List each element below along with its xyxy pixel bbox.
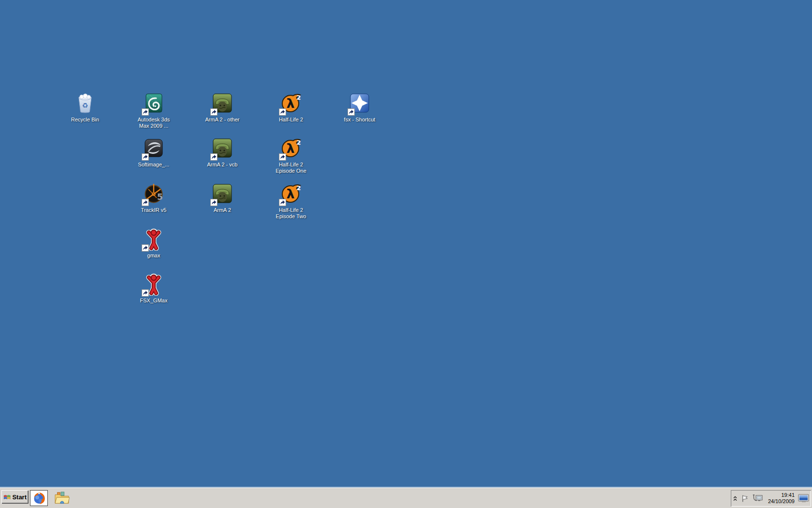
lambda-icon: [279, 136, 303, 160]
desktop-icon-arma2-vcb[interactable]: ArmA 2 - vcb: [198, 136, 246, 168]
trackir-icon: [142, 182, 165, 205]
taskbar-clock[interactable]: 19:41 24/10/2009: [765, 492, 796, 505]
desktop-icon-label: fsx - Shortcut: [335, 117, 384, 123]
desktop-icon-gmax[interactable]: gmax: [130, 227, 178, 259]
desktop-icon-label: Autodesk 3ds Max 2009 ...: [130, 117, 178, 129]
lambda-icon: [279, 91, 303, 115]
tray-network-icon[interactable]: [752, 493, 763, 503]
folder-icon: [54, 492, 70, 505]
3ds-max-icon: [142, 91, 165, 115]
desktop-icon-recycle-bin[interactable]: Recycle Bin: [61, 91, 109, 123]
start-button-label: Start: [12, 493, 27, 501]
gmax-icon: [142, 227, 165, 251]
softimage-icon: [142, 136, 165, 160]
shortcut-arrow-icon: [142, 244, 149, 252]
system-tray: 19:41 24/10/2009: [731, 490, 811, 507]
shortcut-arrow-icon: [142, 108, 149, 116]
shortcut-arrow-icon: [210, 153, 218, 161]
arma2-icon: [211, 91, 234, 115]
lambda-icon: [279, 182, 303, 205]
clock-time: 19:41: [765, 492, 795, 498]
shortcut-arrow-icon: [279, 108, 286, 116]
desktop-icon-label: Half-Life 2 Episode One: [267, 162, 315, 174]
desktop-icon-fsx-shortcut[interactable]: fsx - Shortcut: [335, 91, 384, 123]
desktop-icon-label: ArmA 2: [198, 207, 246, 213]
shortcut-arrow-icon: [279, 153, 286, 161]
gmax-icon: [142, 272, 165, 296]
desktop-icon-label: gmax: [130, 253, 178, 259]
desktop-icon-softimage[interactable]: Softimage_...: [130, 136, 178, 168]
shortcut-arrow-icon: [142, 289, 149, 297]
arma2-icon: [211, 182, 234, 205]
arma2-icon: [211, 136, 234, 160]
desktop-icon-label: ArmA 2 - other: [198, 117, 246, 123]
chevron-up-icon: [733, 495, 738, 502]
desktop-icon-autodesk-3ds-max[interactable]: Autodesk 3ds Max 2009 ...: [130, 91, 178, 129]
desktop-icon-label: Half-Life 2 Episode Two: [267, 207, 315, 220]
tray-display-icon[interactable]: [798, 493, 810, 503]
desktop-icon-fsx-gmax[interactable]: FSX_GMax: [130, 272, 178, 304]
shortcut-arrow-icon: [279, 199, 286, 206]
start-button[interactable]: Start: [1, 490, 29, 504]
fsx-icon: [348, 91, 371, 115]
desktop-icon-label: ArmA 2 - vcb: [198, 162, 246, 168]
desktop-icon-label: TrackIR v5: [130, 207, 178, 213]
desktop[interactable]: Recycle Bin Autodesk 3ds Max 2009 ... Ar…: [0, 0, 812, 508]
windows-flag-icon: [3, 493, 11, 501]
desktop-icon-half-life-2-episode-one[interactable]: Half-Life 2 Episode One: [267, 136, 315, 174]
recycle-bin-icon: [73, 91, 97, 115]
desktop-icon-half-life-2[interactable]: Half-Life 2: [267, 91, 315, 123]
desktop-icon-label: FSX_GMax: [130, 298, 178, 304]
desktop-icon-trackir-v5[interactable]: TrackIR v5: [130, 182, 178, 213]
desktop-icon-label: Softimage_...: [130, 162, 178, 168]
desktop-icon-arma2[interactable]: ArmA 2: [198, 182, 246, 213]
shortcut-arrow-icon: [142, 199, 149, 206]
shortcut-arrow-icon: [142, 153, 149, 161]
desktop-icon-label: Recycle Bin: [61, 117, 109, 123]
tray-flag-icon[interactable]: [740, 494, 750, 503]
tray-collapse-button[interactable]: [732, 494, 738, 502]
desktop-icon-label: Half-Life 2: [267, 117, 315, 123]
firefox-taskbar-button[interactable]: [30, 490, 48, 506]
clock-date: 24/10/2009: [765, 498, 795, 505]
shortcut-arrow-icon: [210, 199, 218, 206]
shortcut-arrow-icon: [210, 108, 218, 116]
desktop-icon-arma2-other[interactable]: ArmA 2 - other: [198, 91, 246, 123]
firefox-icon: [32, 492, 46, 505]
desktop-icon-half-life-2-episode-two[interactable]: Half-Life 2 Episode Two: [267, 182, 315, 220]
taskbar: Start 19:41 24/10/2009: [0, 488, 812, 508]
folder-taskbar-button[interactable]: [54, 491, 70, 506]
shortcut-arrow-icon: [348, 108, 355, 116]
